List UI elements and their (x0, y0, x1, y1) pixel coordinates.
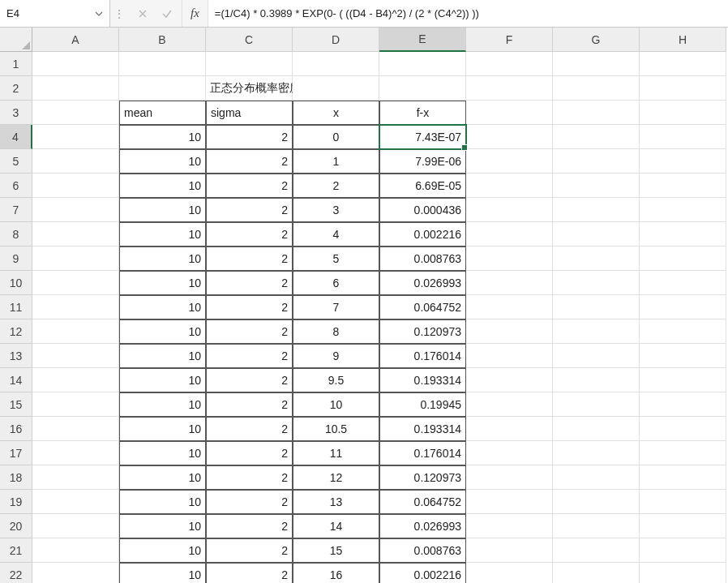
cell-H13[interactable] (640, 344, 726, 368)
cell-E1[interactable] (379, 52, 466, 76)
cell-F18[interactable] (466, 465, 553, 490)
cell-F3[interactable] (466, 101, 553, 125)
cell-B11[interactable]: 10 (119, 295, 206, 319)
column-header-E[interactable]: E (379, 28, 466, 52)
row-header-6[interactable]: 6 (0, 174, 32, 198)
cell-G15[interactable] (553, 392, 640, 417)
cell-B14[interactable]: 10 (119, 368, 206, 392)
cell-E4[interactable]: 7.43E-07 (379, 125, 466, 149)
cell-B1[interactable] (119, 52, 206, 76)
cell-G8[interactable] (553, 222, 640, 246)
row-header-15[interactable]: 15 (0, 392, 32, 417)
cell-A8[interactable] (32, 222, 119, 246)
cell-B17[interactable]: 10 (119, 441, 206, 465)
cell-B19[interactable]: 10 (119, 490, 206, 514)
cell-B16[interactable]: 10 (119, 417, 206, 441)
row-header-20[interactable]: 20 (0, 514, 32, 538)
cell-D13[interactable]: 9 (293, 344, 379, 368)
cell-H20[interactable] (640, 514, 726, 538)
cell-G18[interactable] (553, 465, 640, 490)
cell-H9[interactable] (640, 246, 726, 271)
cell-A15[interactable] (32, 392, 119, 417)
cell-G11[interactable] (553, 295, 640, 319)
cell-A2[interactable] (32, 76, 119, 101)
cell-B7[interactable]: 10 (119, 198, 206, 222)
cell-A17[interactable] (32, 441, 119, 465)
cell-G12[interactable] (553, 319, 640, 344)
row-header-8[interactable]: 8 (0, 222, 32, 246)
cell-G10[interactable] (553, 271, 640, 295)
row-header-7[interactable]: 7 (0, 198, 32, 222)
cell-C1[interactable] (206, 52, 293, 76)
cell-H8[interactable] (640, 222, 726, 246)
cell-H14[interactable] (640, 368, 726, 392)
row-header-16[interactable]: 16 (0, 417, 32, 441)
cell-B4[interactable]: 10 (119, 125, 206, 149)
cell-C12[interactable]: 2 (206, 319, 293, 344)
cell-F11[interactable] (466, 295, 553, 319)
cell-F14[interactable] (466, 368, 553, 392)
cell-G1[interactable] (553, 52, 640, 76)
cell-G13[interactable] (553, 344, 640, 368)
cell-H6[interactable] (640, 174, 726, 198)
row-header-18[interactable]: 18 (0, 465, 32, 490)
cell-G5[interactable] (553, 149, 640, 174)
cell-F15[interactable] (466, 392, 553, 417)
cell-C5[interactable]: 2 (206, 149, 293, 174)
cell-D7[interactable]: 3 (293, 198, 379, 222)
cell-C2[interactable]: 正态分布概率密度函数 (206, 76, 293, 101)
cell-B10[interactable]: 10 (119, 271, 206, 295)
cell-D3[interactable]: x (293, 101, 379, 125)
cell-F5[interactable] (466, 149, 553, 174)
column-header-F[interactable]: F (466, 28, 553, 52)
confirm-icon[interactable] (161, 7, 173, 20)
cell-E15[interactable]: 0.19945 (379, 392, 466, 417)
cell-C15[interactable]: 2 (206, 392, 293, 417)
cell-A11[interactable] (32, 295, 119, 319)
cell-F17[interactable] (466, 441, 553, 465)
cell-E17[interactable]: 0.176014 (379, 441, 466, 465)
cell-A5[interactable] (32, 149, 119, 174)
cell-H3[interactable] (640, 101, 726, 125)
cell-F12[interactable] (466, 319, 553, 344)
cell-H10[interactable] (640, 271, 726, 295)
cell-F21[interactable] (466, 538, 553, 563)
cell-H2[interactable] (640, 76, 726, 101)
cell-E9[interactable]: 0.008763 (379, 246, 466, 271)
cell-H7[interactable] (640, 198, 726, 222)
column-header-H[interactable]: H (640, 28, 726, 52)
cell-D2[interactable] (293, 76, 379, 101)
cell-C9[interactable]: 2 (206, 246, 293, 271)
cell-B20[interactable]: 10 (119, 514, 206, 538)
cell-A3[interactable] (32, 101, 119, 125)
cell-H21[interactable] (640, 538, 726, 563)
column-header-C[interactable]: C (206, 28, 293, 52)
cell-B15[interactable]: 10 (119, 392, 206, 417)
cell-C17[interactable]: 2 (206, 441, 293, 465)
cell-C4[interactable]: 2 (206, 125, 293, 149)
cell-F1[interactable] (466, 52, 553, 76)
cell-A4[interactable] (32, 125, 119, 149)
column-header-B[interactable]: B (119, 28, 206, 52)
cell-F20[interactable] (466, 514, 553, 538)
cell-F13[interactable] (466, 344, 553, 368)
cell-E21[interactable]: 0.008763 (379, 538, 466, 563)
cell-H15[interactable] (640, 392, 726, 417)
cell-C10[interactable]: 2 (206, 271, 293, 295)
cell-G6[interactable] (553, 174, 640, 198)
row-header-12[interactable]: 12 (0, 319, 32, 344)
cell-D14[interactable]: 9.5 (293, 368, 379, 392)
cell-H12[interactable] (640, 319, 726, 344)
cell-E19[interactable]: 0.064752 (379, 490, 466, 514)
cell-D22[interactable]: 16 (293, 563, 379, 583)
cell-B18[interactable]: 10 (119, 465, 206, 490)
cell-D20[interactable]: 14 (293, 514, 379, 538)
cell-C13[interactable]: 2 (206, 344, 293, 368)
cell-A14[interactable] (32, 368, 119, 392)
cell-C21[interactable]: 2 (206, 538, 293, 563)
cell-B12[interactable]: 10 (119, 319, 206, 344)
row-header-11[interactable]: 11 (0, 295, 32, 319)
column-header-G[interactable]: G (553, 28, 640, 52)
cell-F7[interactable] (466, 198, 553, 222)
cell-D1[interactable] (293, 52, 379, 76)
